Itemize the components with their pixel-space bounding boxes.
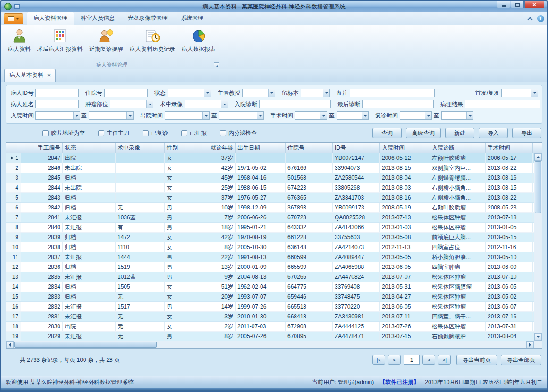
table-row[interactable]: 62842归档无男10岁1998-12-09367893YB0099173200… <box>6 203 534 213</box>
table-row[interactable]: 32845归档女45岁1968-04-16501568ZA25805442013… <box>6 173 534 183</box>
export-button[interactable]: 导出 <box>512 128 541 138</box>
ribbon-tab-3[interactable]: 光盘录像带管理 <box>121 11 174 25</box>
admission-diagnosis-input[interactable] <box>259 100 331 108</box>
close-button[interactable]: × <box>524 1 544 8</box>
table-row[interactable]: 132835未汇报1012蓝男9岁2004-08-13670265ZA44708… <box>6 272 534 282</box>
ribbon-tab-1[interactable]: 病人资料管理 <box>27 11 74 25</box>
column-header-2[interactable]: 状态 <box>63 143 116 153</box>
patient-name-input[interactable] <box>35 100 79 108</box>
chevron-down-icon[interactable] <box>320 112 327 119</box>
chevron-down-icon[interactable] <box>466 112 473 119</box>
status-select[interactable] <box>168 89 211 97</box>
chevron-down-icon[interactable] <box>73 112 80 119</box>
endocrine-exam-checkbox[interactable]: 内分泌检查 <box>220 129 257 137</box>
tab-patient-basic-info[interactable]: 病人基本资料 × <box>4 69 56 82</box>
revisit-reminder-button[interactable]: 近期复诊提醒 <box>86 26 126 61</box>
column-header-10[interactable]: 入院诊断 <box>430 143 486 153</box>
table-row[interactable]: 192829未汇报无男8岁2005-07-26670895ZA447847120… <box>6 332 534 341</box>
column-header-5[interactable]: 就诊年龄 <box>190 143 236 153</box>
patient-report-button[interactable]: 病人数据报表 <box>178 26 219 61</box>
chief-surgeon-checkbox[interactable]: 主任主刀 <box>98 129 129 137</box>
export-all-pages-button[interactable]: 导出全部页 <box>501 355 541 365</box>
checkbox-box[interactable] <box>98 130 104 136</box>
chevron-down-icon[interactable] <box>425 112 431 119</box>
patient-history-button[interactable]: 病人资料历史记录 <box>126 26 178 61</box>
page-number-input[interactable] <box>404 355 420 365</box>
table-row[interactable]: 142834归档1505女51岁1962-02-0466477533769408… <box>6 282 534 292</box>
checkbox-box[interactable] <box>220 130 226 136</box>
chevron-down-icon[interactable] <box>126 112 133 119</box>
column-header-6[interactable]: 出生日期 <box>236 143 286 153</box>
discharge-date-range-from[interactable] <box>165 111 210 120</box>
revisit-date-range-to[interactable] <box>441 111 473 120</box>
pathology-result-input[interactable] <box>465 100 540 108</box>
patient-id-input[interactable] <box>35 89 79 97</box>
scroll-down-icon[interactable] <box>534 333 542 341</box>
table-row[interactable]: 52843归档女37岁1976-05-27676365ZA38417032013… <box>6 193 534 203</box>
chevron-down-icon[interactable] <box>323 89 329 97</box>
import-button[interactable]: 导入 <box>479 128 508 138</box>
chevron-down-icon[interactable] <box>362 112 368 119</box>
revisit-date-range-from[interactable] <box>400 111 432 120</box>
table-row[interactable]: 22846未出院女42岁1971-05-02676166339040732013… <box>6 163 534 173</box>
supervising-professor-select[interactable] <box>242 89 275 97</box>
column-header-11[interactable]: 手术时间 <box>486 143 533 153</box>
prev-page-button[interactable]: < <box>388 355 401 365</box>
scroll-right-icon[interactable] <box>526 341 534 348</box>
tab-close-icon[interactable]: × <box>47 73 51 78</box>
admission-date-range-to[interactable] <box>89 111 134 120</box>
vertical-scrollbar[interactable] <box>534 153 542 341</box>
table-row[interactable]: 122836归档1519男13岁2000-01-09665599ZA406598… <box>6 262 534 272</box>
first-page-button[interactable]: |< <box>372 355 385 365</box>
next-page-button[interactable]: > <box>422 355 435 365</box>
checkbox-box[interactable] <box>143 130 149 136</box>
discharge-date-range-to[interactable] <box>219 111 264 120</box>
specimen-kept-select[interactable] <box>301 89 330 97</box>
horizontal-scrollbar[interactable] <box>6 341 534 348</box>
patient-data-button[interactable]: 病人资料 <box>5 26 34 61</box>
scroll-up-icon[interactable] <box>534 153 542 161</box>
info-icon[interactable] <box>537 15 544 22</box>
horizontal-scroll-thumb[interactable] <box>14 342 157 348</box>
quick-access-icon[interactable] <box>14 4 20 9</box>
ribbon-tab-2[interactable]: 科室人员信息 <box>74 11 121 25</box>
column-header-7[interactable]: 住院号 <box>286 143 333 153</box>
column-header-9[interactable]: 入院时间 <box>380 143 430 153</box>
app-logo-icon[interactable] <box>4 3 12 10</box>
table-row[interactable]: 12847出院女37岁YB00721472006-05-12左额叶胶质瘤2006… <box>6 153 534 163</box>
chevron-down-icon[interactable] <box>268 89 275 97</box>
table-row[interactable]: 102838归档1110女8岁2005-10-30636143ZA4214073… <box>6 242 534 252</box>
last-page-button[interactable]: >| <box>438 355 451 365</box>
checkbox-box[interactable] <box>181 130 187 136</box>
first-or-recurrence-select[interactable] <box>501 89 538 97</box>
dialog-launcher-icon[interactable] <box>214 62 219 67</box>
remarks-input[interactable] <box>350 89 435 97</box>
chevron-down-icon[interactable] <box>257 112 263 119</box>
surgery-date-range-from[interactable] <box>295 111 327 120</box>
scroll-left-icon[interactable] <box>6 341 14 348</box>
chevron-down-icon[interactable] <box>204 89 211 97</box>
column-header-4[interactable]: 性别 <box>165 143 190 153</box>
intraop-video-select[interactable] <box>185 100 228 108</box>
vertical-scroll-thumb[interactable] <box>535 161 541 213</box>
table-row[interactable]: 182830出院无女2岁2011-07-03672903ZA4444125201… <box>6 322 534 332</box>
surgery-date-range-to[interactable] <box>337 111 369 120</box>
column-header-1[interactable]: 手工编号 <box>21 143 63 153</box>
chevron-down-icon[interactable] <box>146 100 153 108</box>
table-row[interactable]: 172831未汇报无女3岁2010-01-30668418ZA343098120… <box>6 312 534 322</box>
export-current-page-button[interactable]: 导出当前页 <box>456 355 497 365</box>
ribbon-tab-4[interactable]: 系统管理 <box>174 11 210 25</box>
revisited-checkbox[interactable]: 已复诊 <box>143 129 168 137</box>
table-row[interactable]: 112837未汇报1444男22岁1991-08-13660599ZA40894… <box>6 252 534 262</box>
chevron-down-icon[interactable] <box>221 100 228 108</box>
postop-report-button[interactable]: 术后病人汇报资料 <box>34 26 86 61</box>
admission-number-input[interactable] <box>104 89 148 97</box>
query-button[interactable]: 查询 <box>372 128 402 138</box>
chevron-down-icon[interactable] <box>531 89 538 97</box>
column-header-3[interactable]: 术中录像 <box>116 143 165 153</box>
column-header-8[interactable]: ID号 <box>333 143 380 153</box>
new-button[interactable]: 新建 <box>445 128 474 138</box>
film-address-empty-checkbox[interactable]: 胶片地址为空 <box>42 129 85 137</box>
table-row[interactable]: 42844未出院女25岁1988-06-15674223338052682013… <box>6 183 534 193</box>
maximize-button[interactable] <box>511 1 524 8</box>
